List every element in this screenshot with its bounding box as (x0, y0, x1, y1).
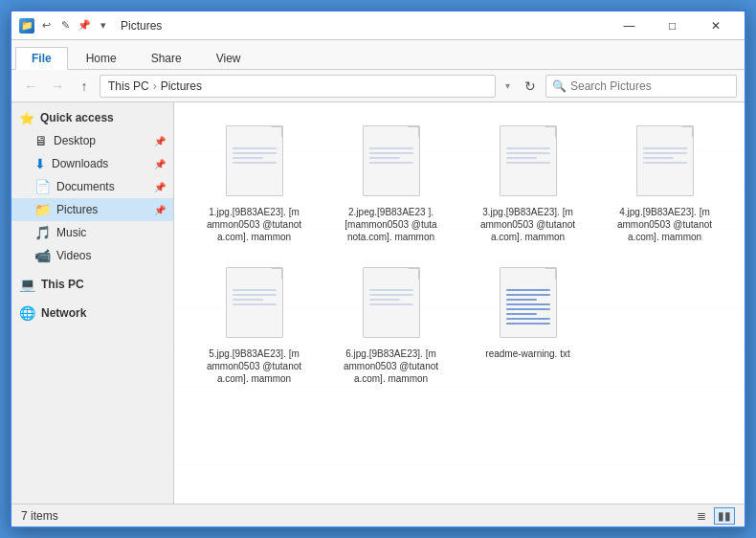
list-view-btn[interactable]: ≣ (691, 507, 712, 525)
star-icon: ⭐ (19, 111, 34, 125)
file-label-file3: 3.jpg.[9B83AE23]. [mammon0503 @tutanota.… (480, 206, 576, 243)
minimize-button[interactable]: — (608, 11, 651, 40)
sidebar-label-desktop: Desktop (54, 134, 96, 147)
pin-icon-pictures: 📌 (154, 205, 166, 215)
close-button[interactable]: ✕ (694, 11, 737, 40)
file-item-file5[interactable]: 5.jpg.[9B83AE23]. [mammon0503 @tutanota.… (189, 259, 319, 393)
sidebar-item-desktop[interactable]: 🖥 Desktop 📌 (11, 129, 173, 152)
sidebar-label-pictures: Pictures (56, 203, 98, 216)
qat-save-btn[interactable]: ↩ (38, 18, 54, 34)
file-item-file1[interactable]: 1.jpg.[9B83AE23]. [mammon0503 @tutanota.… (189, 118, 319, 252)
sidebar-label-quickaccess: Quick access (40, 111, 114, 124)
file-item-file7[interactable]: readme-warning. txt (463, 259, 592, 393)
file-icon-file7 (498, 267, 559, 344)
file-item-file3[interactable]: 3.jpg.[9B83AE23]. [mammon0503 @tutanota.… (463, 118, 592, 252)
qat-undo-btn[interactable]: ✎ (57, 18, 73, 34)
file-item-file6[interactable]: 6.jpg.[9B83AE23]. [mammon0503 @tutanota.… (326, 259, 456, 393)
file-label-file2: 2.jpeg.[9B83AE23 ].[mammon0503 @tutanota… (344, 206, 439, 243)
qat-more-btn[interactable]: ▾ (96, 18, 111, 34)
pictures-icon: 📁 (34, 202, 51, 217)
ribbon-tabs: File Home Share View (11, 40, 745, 69)
window-title: Pictures (121, 19, 162, 33)
sidebar-item-downloads[interactable]: ⬇ Downloads 📌 (11, 152, 173, 175)
file-grid: 1.jpg.[9B83AE23]. [mammon0503 @tutanota.… (174, 102, 745, 504)
desktop-icon: 🖥 (34, 133, 48, 148)
forward-button[interactable]: → (46, 75, 69, 98)
item-count: 7 items (21, 509, 58, 523)
search-input[interactable] (570, 79, 730, 93)
file-item-file4[interactable]: 4.jpg.[9B83AE23]. [mammon0503 @tutanota.… (600, 118, 729, 252)
window-icon: 📁 (19, 18, 34, 34)
sidebar: ⭐ Quick access 🖥 Desktop 📌 ⬇ Downloads 📌… (11, 102, 174, 504)
file-icon-file3 (498, 125, 559, 202)
tab-home[interactable]: Home (70, 47, 133, 69)
grid-view-btn[interactable]: ▮▮ (714, 507, 735, 525)
pin-icon-downloads: 📌 (154, 159, 166, 169)
pin-icon-desktop: 📌 (154, 136, 166, 146)
status-bar: 7 items ≣ ▮▮ (11, 504, 745, 527)
sidebar-item-thispc[interactable]: 💻 This PC (11, 273, 173, 296)
file-label-file7: readme-warning. txt (485, 347, 569, 360)
sidebar-item-documents[interactable]: 📄 Documents 📌 (11, 175, 173, 198)
thispc-icon: 💻 (19, 277, 35, 292)
address-path[interactable]: This PC › Pictures (100, 75, 496, 98)
file-icon-file6 (361, 267, 422, 344)
view-buttons: ≣ ▮▮ (691, 507, 735, 525)
network-icon: 🌐 (19, 305, 35, 321)
title-bar: 📁 ↩ ✎ 📌 ▾ Pictures — □ ✕ (11, 11, 745, 40)
music-icon: 🎵 (34, 225, 51, 240)
back-button[interactable]: ← (19, 75, 42, 98)
tab-share[interactable]: Share (135, 47, 198, 69)
file-label-file6: 6.jpg.[9B83AE23]. [mammon0503 @tutanota.… (344, 347, 439, 385)
sidebar-item-videos[interactable]: 📹 Videos (11, 244, 173, 267)
refresh-button[interactable]: ↻ (519, 75, 542, 98)
path-chevron[interactable]: ▾ (500, 75, 515, 98)
title-bar-left: 📁 ↩ ✎ 📌 ▾ Pictures (19, 18, 608, 34)
tab-file[interactable]: File (15, 47, 68, 70)
file-area: 1.jpg.[9B83AE23]. [mammon0503 @tutanota.… (174, 102, 745, 504)
explorer-window: 📁 ↩ ✎ 📌 ▾ Pictures — □ ✕ File Home Share… (10, 10, 746, 528)
file-icon-file5 (224, 267, 285, 344)
sidebar-item-pictures[interactable]: 📁 Pictures 📌 (11, 198, 173, 221)
tab-view[interactable]: View (200, 47, 257, 69)
path-part-pictures: Pictures (161, 79, 202, 93)
file-icon-file2 (361, 125, 422, 202)
sidebar-item-quickaccess[interactable]: ⭐ Quick access (11, 106, 173, 129)
sidebar-label-videos: Videos (56, 249, 91, 262)
qat-pin-btn[interactable]: 📌 (77, 18, 92, 34)
path-part-thispc: This PC (108, 79, 149, 93)
address-bar: ← → ↑ This PC › Pictures ▾ ↻ 🔍 (11, 70, 745, 102)
file-item-file2[interactable]: 2.jpeg.[9B83AE23 ].[mammon0503 @tutanota… (326, 118, 456, 252)
file-icon-file1 (224, 125, 285, 202)
window-controls: — □ ✕ (608, 11, 737, 40)
documents-icon: 📄 (34, 179, 51, 194)
up-button[interactable]: ↑ (73, 75, 96, 98)
downloads-icon: ⬇ (34, 156, 46, 171)
pin-icon-documents: 📌 (154, 182, 166, 192)
file-label-file1: 1.jpg.[9B83AE23]. [mammon0503 @tutanota.… (207, 206, 302, 243)
sidebar-label-thispc: This PC (41, 278, 84, 291)
maximize-button[interactable]: □ (651, 11, 694, 40)
videos-icon: 📹 (34, 248, 51, 263)
path-sep-1: › (153, 79, 157, 93)
file-label-file5: 5.jpg.[9B83AE23]. [mammon0503 @tutanota.… (207, 347, 302, 385)
main-area: ⭐ Quick access 🖥 Desktop 📌 ⬇ Downloads 📌… (11, 102, 745, 504)
file-label-file4: 4.jpg.[9B83AE23]. [mammon0503 @tutanota.… (617, 206, 713, 243)
file-icon-file4 (634, 125, 696, 202)
sidebar-label-downloads: Downloads (52, 157, 108, 170)
ribbon: File Home Share View (11, 40, 745, 70)
sidebar-label-network: Network (41, 306, 86, 320)
sidebar-label-documents: Documents (56, 180, 115, 193)
search-icon: 🔍 (552, 79, 567, 93)
search-bar[interactable]: 🔍 (545, 75, 737, 98)
sidebar-item-music[interactable]: 🎵 Music (11, 221, 173, 244)
sidebar-label-music: Music (56, 226, 86, 239)
sidebar-item-network[interactable]: 🌐 Network (11, 302, 173, 325)
